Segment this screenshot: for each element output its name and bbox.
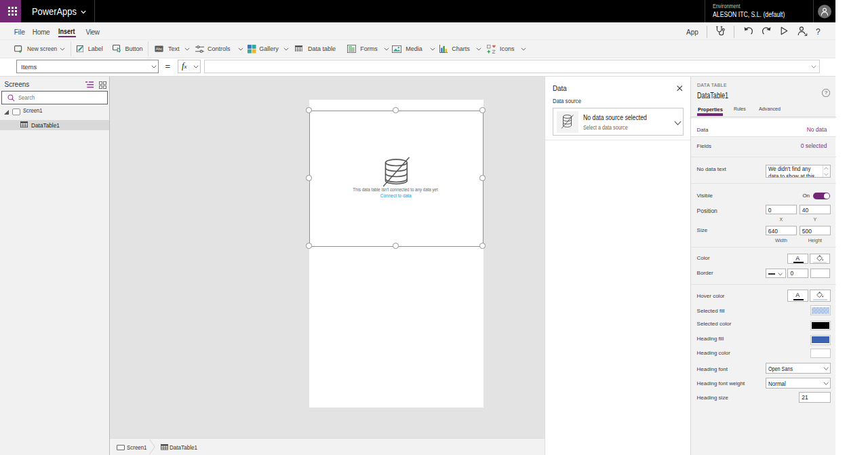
- svg-text:Abc: Abc: [156, 47, 163, 51]
